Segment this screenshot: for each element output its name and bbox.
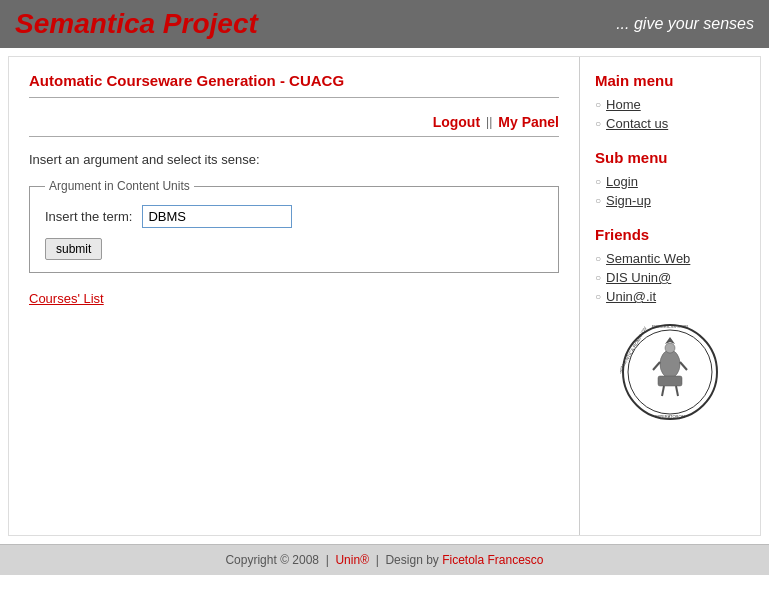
heading-separator: - [276, 72, 289, 89]
contact-link[interactable]: Contact us [606, 116, 668, 131]
sidebar: Main menu ○ Home ○ Contact us Sub menu ○… [580, 57, 760, 535]
friends-item-uninat: ○ Unin@.it [595, 289, 745, 304]
bullet-icon: ○ [595, 99, 601, 110]
university-emblem: SEM·A·NTICA·ROMANOV IMPERATOROM FRIDERIC… [595, 322, 745, 422]
main-menu-title: Main menu [595, 72, 745, 89]
header: Semantica Project ... give your senses [0, 0, 769, 48]
argument-fieldset: Argument in Content Units Insert the ter… [29, 179, 559, 273]
semantic-web-link[interactable]: Semantic Web [606, 251, 690, 266]
heading-static: Automatic Courseware Generation [29, 72, 276, 89]
svg-line-10 [676, 386, 678, 396]
uninat-link[interactable]: Unin@.it [606, 289, 656, 304]
site-tagline: ... give your senses [616, 15, 754, 33]
svg-line-6 [653, 362, 660, 370]
bullet-icon: ○ [595, 118, 601, 129]
friends-title: Friends [595, 226, 745, 243]
signup-link[interactable]: Sign-up [606, 193, 651, 208]
term-input[interactable] [142, 205, 292, 228]
content-area: Automatic Courseware Generation - CUACG … [9, 57, 580, 535]
main-menu-item-contact: ○ Contact us [595, 116, 745, 131]
footer-copyright: Copyright © 2008 [225, 553, 319, 567]
svg-point-4 [660, 350, 680, 378]
main-wrapper: Automatic Courseware Generation - CUACG … [8, 56, 761, 536]
sub-menu-list: ○ Login ○ Sign-up [595, 174, 745, 208]
main-menu-item-home: ○ Home [595, 97, 745, 112]
seal-svg: SEM·A·NTICA·ROMANOV IMPERATOROM FRIDERIC… [620, 322, 720, 422]
svg-rect-8 [658, 376, 682, 386]
term-row: Insert the term: [45, 205, 543, 228]
friends-list: ○ Semantic Web ○ DIS Unin@ ○ Unin@.it [595, 251, 745, 304]
mypanel-link[interactable]: My Panel [498, 114, 559, 130]
dis-link[interactable]: DIS Unin@ [606, 270, 671, 285]
heading-accent: CUACG [289, 72, 344, 89]
footer-design-text: Design by [385, 553, 438, 567]
footer-separator: | [376, 553, 379, 567]
action-separator: || [486, 115, 492, 129]
main-menu-list: ○ Home ○ Contact us [595, 97, 745, 131]
instruction-text: Insert an argument and select its sense: [29, 152, 559, 167]
svg-text:FRIDERICVS·STOR: FRIDERICVS·STOR [652, 324, 688, 329]
submit-row: submit [45, 238, 543, 260]
footer: Copyright © 2008 | Unin® | Design by Fic… [0, 544, 769, 575]
svg-line-9 [662, 386, 664, 396]
page-heading: Automatic Courseware Generation - CUACG [29, 72, 559, 98]
submit-button[interactable]: submit [45, 238, 102, 260]
bullet-icon: ○ [595, 195, 601, 206]
login-link[interactable]: Login [606, 174, 638, 189]
term-label: Insert the term: [45, 209, 132, 224]
courses-list-link[interactable]: Courses' List [29, 291, 104, 306]
sub-menu-item-login: ○ Login [595, 174, 745, 189]
footer-unin-link[interactable]: Unin® [335, 553, 369, 567]
sub-menu-title: Sub menu [595, 149, 745, 166]
fieldset-legend: Argument in Content Units [45, 179, 194, 193]
site-title: Semantica Project [15, 8, 258, 40]
bullet-icon: ○ [595, 176, 601, 187]
friends-item-semantic: ○ Semantic Web [595, 251, 745, 266]
action-bar: Logout || My Panel [29, 108, 559, 137]
svg-point-5 [665, 343, 675, 353]
friends-item-dis: ○ DIS Unin@ [595, 270, 745, 285]
bullet-icon: ○ [595, 253, 601, 264]
sub-menu-item-signup: ○ Sign-up [595, 193, 745, 208]
footer-designer-link[interactable]: Ficetola Francesco [442, 553, 543, 567]
bullet-icon: ○ [595, 272, 601, 283]
svg-line-7 [680, 362, 687, 370]
home-link[interactable]: Home [606, 97, 641, 112]
logout-link[interactable]: Logout [433, 114, 480, 130]
bullet-icon: ○ [595, 291, 601, 302]
svg-text:SEM·A·NTICA·ROMANOV: SEM·A·NTICA·ROMANOV [620, 326, 648, 375]
svg-text:IMPERATOROM: IMPERATOROM [655, 414, 685, 419]
